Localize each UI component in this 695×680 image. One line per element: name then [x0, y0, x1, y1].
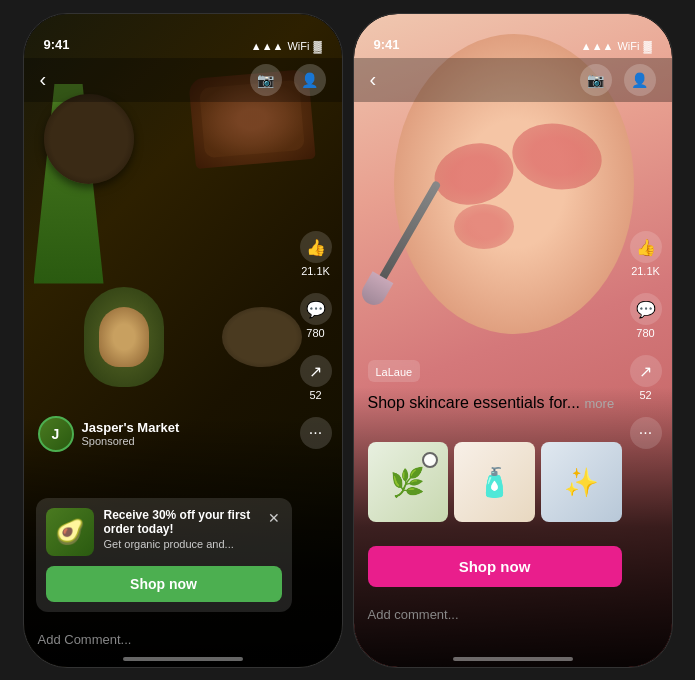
nav-bar-2: ‹ 📷 👤: [354, 58, 672, 102]
home-indicator: [123, 657, 243, 661]
phone-1: 9:41 ▲▲▲ WiFi ▓ ‹ 📷 👤 👍 21.1K: [23, 13, 343, 668]
comment-reaction[interactable]: 💬 780: [300, 293, 332, 339]
share-reaction-2[interactable]: ↗ 52: [630, 355, 662, 401]
comment-reaction-2[interactable]: 💬 780: [630, 293, 662, 339]
ad-text-content: Receive 30% off your first order today! …: [104, 508, 256, 550]
more-reaction[interactable]: ···: [300, 417, 332, 449]
back-button-2[interactable]: ‹: [370, 68, 377, 91]
nav-right-icons: 📷 👤: [250, 64, 326, 96]
phone-2: 9:41 ▲▲▲ WiFi ▓ ‹ 📷 👤 👍 21.1K: [353, 13, 673, 668]
comment-icon-2: 💬: [630, 293, 662, 325]
camera-icon[interactable]: 📷: [250, 64, 282, 96]
ad-description-text: Shop skincare essentials for...: [368, 394, 581, 411]
share-icon: ↗: [300, 355, 332, 387]
camera-icon-2[interactable]: 📷: [580, 64, 612, 96]
share-icon-2: ↗: [630, 355, 662, 387]
brand-info: J Jasper's Market Sponsored: [38, 416, 180, 452]
status-bar: 9:41 ▲▲▲ WiFi ▓: [24, 14, 342, 58]
like-icon-2: 👍: [630, 231, 662, 263]
battery-icon: ▓: [313, 40, 321, 52]
like-reaction[interactable]: 👍 21.1K: [300, 231, 332, 277]
ad-description: Shop skincare essentials for... more: [368, 394, 622, 412]
comment-bar[interactable]: Add Comment...: [38, 632, 328, 647]
battery-icon-2: ▓: [643, 40, 651, 52]
time-display: 9:41: [44, 37, 70, 52]
reaction-sidebar: 👍 21.1K 💬 780 ↗ 52 ···: [300, 231, 332, 449]
share-reaction[interactable]: ↗ 52: [300, 355, 332, 401]
like-icon: 👍: [300, 231, 332, 263]
product-thumb-3[interactable]: [541, 442, 622, 522]
share-count-2: 52: [639, 389, 651, 401]
comment-placeholder: Add Comment...: [38, 632, 132, 647]
ad-subtitle: Get organic produce and...: [104, 538, 256, 550]
nav-right-icons-2: 📷 👤: [580, 64, 656, 96]
more-icon-2: ···: [630, 417, 662, 449]
brand-badge: LaLaue: [368, 360, 421, 382]
product-strip: [368, 442, 622, 522]
home-indicator-2: [453, 657, 573, 661]
comment-count: 780: [306, 327, 324, 339]
comment-count-2: 780: [636, 327, 654, 339]
nav-bar: ‹ 📷 👤: [24, 58, 342, 102]
wifi-icon: WiFi: [287, 40, 309, 52]
reaction-sidebar-2: 👍 21.1K 💬 780 ↗ 52 ···: [630, 231, 662, 449]
cursor-indicator: [422, 452, 438, 468]
shop-now-button[interactable]: Shop now: [46, 566, 282, 602]
comment-placeholder-2: Add comment...: [368, 607, 459, 622]
brand-sponsored: Sponsored: [82, 435, 180, 447]
comment-bar-2[interactable]: Add comment...: [368, 607, 622, 622]
wifi-icon-2: WiFi: [617, 40, 639, 52]
time-display-2: 9:41: [374, 37, 400, 52]
more-reaction-2[interactable]: ···: [630, 417, 662, 449]
comment-icon: 💬: [300, 293, 332, 325]
back-button[interactable]: ‹: [40, 68, 47, 91]
like-count-2: 21.1K: [631, 265, 660, 277]
ad-title: Receive 30% off your first order today!: [104, 508, 256, 536]
status-icons: ▲▲▲ WiFi ▓: [251, 40, 322, 52]
signal-icon-2: ▲▲▲: [581, 40, 614, 52]
share-count: 52: [309, 389, 321, 401]
like-count: 21.1K: [301, 265, 330, 277]
ad-close-button[interactable]: ✕: [266, 508, 282, 528]
brand-text: Jasper's Market Sponsored: [82, 420, 180, 447]
profile-icon-2[interactable]: 👤: [624, 64, 656, 96]
profile-icon[interactable]: 👤: [294, 64, 326, 96]
brand-badge-text: LaLaue: [376, 366, 413, 378]
status-icons-2: ▲▲▲ WiFi ▓: [581, 40, 652, 52]
ad-card: Receive 30% off your first order today! …: [36, 498, 292, 612]
like-reaction-2[interactable]: 👍 21.1K: [630, 231, 662, 277]
ad-description-more[interactable]: more: [585, 396, 615, 411]
brand-avatar: J: [38, 416, 74, 452]
status-bar-2: 9:41 ▲▲▲ WiFi ▓: [354, 14, 672, 58]
brand-name: Jasper's Market: [82, 420, 180, 435]
product-thumb-2[interactable]: [454, 442, 535, 522]
shop-now-pink-button[interactable]: Shop now: [368, 546, 622, 587]
ad-thumbnail: [46, 508, 94, 556]
signal-icon: ▲▲▲: [251, 40, 284, 52]
more-icon: ···: [300, 417, 332, 449]
product-thumb-1[interactable]: [368, 442, 449, 522]
